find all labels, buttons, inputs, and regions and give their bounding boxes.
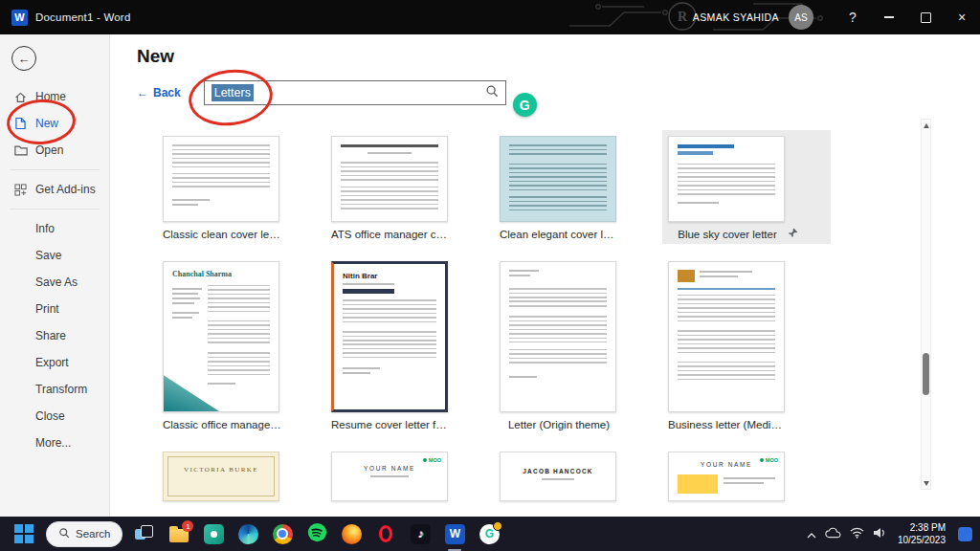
- scrollbar-track[interactable]: [922, 131, 930, 477]
- sidebar-item-home[interactable]: Home: [0, 83, 109, 110]
- grammarly-taskbar-button[interactable]: G: [477, 521, 501, 546]
- close-button[interactable]: ×: [944, 0, 980, 34]
- template-thumbnail: MOO YOUR NAME: [331, 452, 448, 501]
- scrollbar-thumb[interactable]: [923, 353, 929, 395]
- sidebar-item-save-as[interactable]: Save As: [0, 269, 109, 296]
- template-thumbnail: MOO YOUR NAME: [668, 452, 785, 501]
- windows-logo-icon: [14, 524, 33, 543]
- taskbar-search[interactable]: Search: [46, 521, 122, 547]
- sidebar-item-save[interactable]: Save: [0, 242, 109, 269]
- file-explorer-button[interactable]: 1: [167, 521, 191, 546]
- search-selected-text: Letters: [212, 84, 254, 101]
- task-view-button[interactable]: [132, 521, 157, 546]
- pin-icon[interactable]: [788, 228, 798, 238]
- sidebar-item-print[interactable]: Print: [0, 296, 109, 322]
- sidebar-divider: [10, 169, 100, 170]
- scrollbar[interactable]: [921, 119, 931, 490]
- moo-logo: MOO: [423, 457, 441, 463]
- template-thumbnail: [500, 261, 616, 412]
- template-label: Letter (Origin theme): [508, 419, 610, 430]
- account-name: ASMAK SYAHIDA: [693, 11, 779, 23]
- sidebar-item-get-addins[interactable]: Get Add-ins: [0, 176, 109, 203]
- app-button-teal[interactable]: [201, 521, 226, 546]
- start-button[interactable]: [11, 521, 36, 546]
- template-card[interactable]: MOO YOUR NAME: [662, 446, 831, 505]
- spotify-button[interactable]: [304, 521, 329, 546]
- edge-icon: [238, 524, 258, 544]
- sidebar-item-share[interactable]: Share: [0, 322, 109, 349]
- search-icon: [485, 84, 499, 101]
- template-card[interactable]: Letter (Origin theme): [494, 255, 662, 434]
- notification-center-badge[interactable]: [958, 527, 972, 541]
- opera-button[interactable]: [373, 521, 398, 546]
- scroll-up-arrow[interactable]: [922, 120, 930, 131]
- chrome-button[interactable]: [270, 521, 295, 546]
- template-thumbnail: Nitin Brar: [331, 261, 448, 412]
- template-thumbnail: Chanchal Sharma: [163, 261, 279, 412]
- template-thumbnail: [163, 136, 279, 222]
- sidebar-item-transform[interactable]: Transform: [0, 376, 109, 403]
- account-avatar[interactable]: AS: [789, 5, 813, 30]
- word-taskbar-button[interactable]: W: [442, 521, 467, 546]
- template-card[interactable]: ATS office manager cover...: [325, 130, 494, 244]
- teal-app-icon: [204, 524, 224, 544]
- template-card[interactable]: JACOB HANCOCK: [494, 446, 662, 505]
- back-link[interactable]: ← Back: [137, 86, 181, 99]
- template-thumbnail: [331, 136, 448, 222]
- sidebar-divider: [10, 209, 100, 209]
- help-button[interactable]: ?: [835, 0, 871, 34]
- tray-chevron-icon[interactable]: [807, 525, 816, 542]
- wifi-icon[interactable]: [850, 525, 864, 542]
- template-card[interactable]: Nitin Brar Resume cover letter for u...: [325, 255, 494, 434]
- grammarly-badge: [493, 521, 502, 531]
- svg-text:R: R: [678, 10, 688, 24]
- volume-icon[interactable]: [873, 525, 886, 542]
- template-card[interactable]: Classic clean cover letter: [157, 130, 325, 244]
- clock-date: 10/25/2023: [898, 534, 946, 547]
- template-card-selected[interactable]: Blue sky cover letter: [662, 130, 831, 244]
- notification-badge: 1: [182, 520, 193, 532]
- template-label: Clean elegant cover letter: [500, 229, 618, 240]
- tiktok-button[interactable]: ♪: [408, 521, 433, 546]
- moo-logo: MOO: [760, 457, 778, 463]
- scroll-down-arrow[interactable]: [922, 477, 930, 489]
- backstage-view: ← Home New Open Get Add-i: [0, 34, 980, 517]
- backstage-back-button[interactable]: ←: [11, 46, 36, 71]
- back-arrow-icon: ←: [18, 52, 31, 66]
- template-label: Classic clean cover letter: [163, 229, 281, 240]
- minimize-button[interactable]: [871, 0, 907, 34]
- template-card[interactable]: Business letter (Median t...: [662, 255, 831, 434]
- sidebar-item-info[interactable]: Info: [0, 215, 109, 242]
- template-card[interactable]: Chanchal Sharma Classic office manager c…: [157, 255, 325, 434]
- new-document-pane: New ← Back Letters G: [110, 34, 980, 517]
- template-card[interactable]: MOO YOUR NAME: [325, 446, 494, 505]
- document-title: Document1 - Word: [35, 11, 131, 23]
- template-thumbnail: [500, 136, 616, 222]
- thumb-name-text: Chanchal Sharma: [172, 270, 270, 278]
- grammarly-icon[interactable]: G: [513, 93, 537, 117]
- maximize-icon: [921, 12, 931, 23]
- maximize-button[interactable]: [907, 0, 944, 34]
- firefox-icon: [342, 524, 362, 544]
- template-label: Classic office manager co...: [163, 419, 281, 430]
- template-label: Blue sky cover letter: [678, 229, 777, 240]
- sidebar-item-close[interactable]: Close: [0, 403, 109, 430]
- sidebar-item-more[interactable]: More...: [0, 430, 109, 456]
- sidebar-item-export[interactable]: Export: [0, 349, 109, 376]
- template-card[interactable]: VICTORIA BURKE: [157, 446, 325, 505]
- back-arrow-icon: ←: [137, 86, 148, 99]
- page-title: New: [137, 46, 980, 67]
- taskbar-clock[interactable]: 2:38 PM 10/25/2023: [898, 521, 946, 547]
- template-search-input[interactable]: Letters: [204, 80, 506, 105]
- amber-block-decor: [678, 270, 695, 282]
- firefox-button[interactable]: [339, 521, 364, 546]
- sidebar-item-open[interactable]: Open: [0, 137, 109, 164]
- onedrive-cloud-icon[interactable]: [825, 525, 841, 542]
- template-thumbnail: VICTORIA BURKE: [163, 452, 279, 501]
- template-thumbnail: [668, 136, 785, 222]
- template-card[interactable]: Clean elegant cover letter: [494, 130, 662, 244]
- word-icon: W: [445, 524, 465, 544]
- edge-button[interactable]: [235, 521, 260, 546]
- sidebar-item-new[interactable]: New: [0, 110, 109, 137]
- thumb-name-text: YOUR NAME: [332, 465, 447, 472]
